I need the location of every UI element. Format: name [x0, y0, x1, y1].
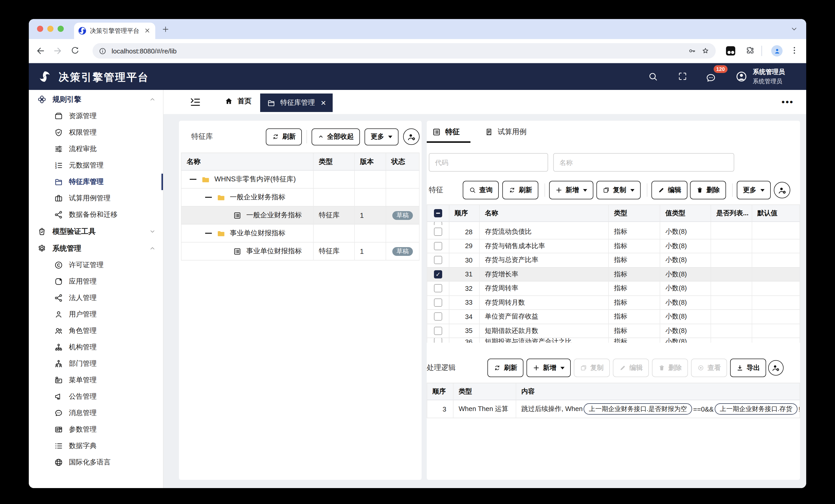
code-filter-input[interactable]	[429, 153, 548, 172]
sidebar-item[interactable]: 部门管理	[29, 356, 163, 372]
browser-profile-avatar[interactable]	[771, 45, 782, 57]
sidebar-item[interactable]: 角色管理	[29, 323, 163, 339]
sidebar-item[interactable]: 用户管理	[29, 306, 163, 323]
page-tab-close-icon[interactable]: ✕	[321, 99, 326, 107]
row-checkbox[interactable]	[434, 285, 442, 293]
sidebar-item[interactable]: 许可证管理	[29, 257, 163, 273]
feature-row[interactable]: 28存货流动负债比指标小数(8)	[427, 225, 800, 239]
logic-refresh-button[interactable]: 刷新	[487, 359, 524, 377]
row-checkbox[interactable]	[434, 327, 442, 335]
logic-add-button[interactable]: 新增	[527, 359, 571, 377]
row-checkbox[interactable]: ✓	[434, 270, 442, 278]
feature-row[interactable]: 36短期投资与流动资产合计之比指标小数(8)	[427, 338, 800, 343]
logic-copy-button[interactable]: 复制	[574, 359, 610, 377]
search-icon[interactable]	[648, 71, 658, 82]
forward-button[interactable]	[53, 46, 63, 56]
browser-tab[interactable]: 决策引擎管理平台	[74, 23, 155, 39]
window-zoom-button[interactable]	[58, 26, 64, 32]
tree-row[interactable]: 事业单位财报指标	[181, 225, 420, 243]
tree-row[interactable]: 一般企业财务指标特征库1草稿	[181, 207, 420, 225]
feature-row[interactable]: 33存货周转月数指标小数(8)	[427, 296, 800, 310]
reload-button[interactable]	[70, 46, 80, 56]
feature-row[interactable]: 30存货与总资产比率指标小数(8)	[427, 253, 800, 268]
sidebar-item[interactable]: 消息管理	[29, 405, 163, 421]
user-info[interactable]: 系统管理员 系统管理员	[753, 68, 785, 85]
extension-icon[interactable]	[726, 46, 735, 56]
sidebar-item[interactable]: 菜单管理	[29, 372, 163, 388]
feature-delete-button[interactable]: 删除	[690, 181, 726, 200]
tree-collapse-icon[interactable]	[205, 233, 212, 234]
page-tab-active[interactable]: 特征库管理 ✕	[260, 93, 333, 112]
feature-query-button[interactable]: 查询	[463, 181, 499, 200]
sidebar-item[interactable]: 法人管理	[29, 290, 163, 306]
tree-row[interactable]: WHNS非零售内评(特征库)	[181, 171, 420, 189]
bookmark-star-icon[interactable]	[701, 47, 710, 55]
row-checkbox[interactable]	[434, 228, 442, 236]
name-filter-input[interactable]	[553, 153, 734, 172]
logic-edit-button[interactable]: 编辑	[613, 359, 649, 377]
panel-tab-test-cases[interactable]: 试算用例	[479, 121, 532, 143]
user-avatar[interactable]	[735, 70, 748, 83]
logic-delete-button[interactable]: 删除	[652, 359, 688, 377]
messages-icon[interactable]	[706, 72, 716, 83]
feature-more-button[interactable]: 更多	[737, 181, 771, 200]
back-button[interactable]	[36, 46, 46, 56]
feature-refresh-button[interactable]: 刷新	[502, 181, 538, 200]
sidebar-item[interactable]: 权限管理	[29, 124, 163, 141]
sidebar-item[interactable]: 机构管理	[29, 339, 163, 356]
password-key-icon[interactable]	[688, 47, 696, 55]
extensions-puzzle-icon[interactable]	[746, 46, 756, 56]
logic-view-button[interactable]: 查看	[691, 359, 727, 377]
library-collapse-all-button[interactable]: 全部收起	[311, 128, 360, 145]
sidebar-item[interactable]: 数据备份和迁移	[29, 207, 163, 223]
sidebar-item[interactable]: 资源管理	[29, 108, 163, 124]
fullscreen-icon[interactable]	[678, 71, 688, 82]
tab-bar-more-icon[interactable]: •••	[781, 97, 794, 107]
feature-edit-button[interactable]: 编辑	[651, 181, 688, 200]
row-checkbox[interactable]	[434, 256, 442, 264]
tab-close-icon[interactable]	[144, 27, 151, 35]
feature-row[interactable]: 29存货与销售成本比率指标小数(8)	[427, 239, 800, 253]
sidebar-item[interactable]: 国际化多语言	[29, 454, 163, 470]
browser-menu-icon[interactable]	[790, 46, 800, 56]
library-refresh-button[interactable]: 刷新	[266, 128, 302, 145]
row-checkbox[interactable]	[434, 338, 442, 343]
sidebar-item[interactable]: 应用管理	[29, 273, 163, 290]
tree-collapse-icon[interactable]	[205, 197, 212, 198]
panel-tab-features[interactable]: 特征	[427, 121, 465, 143]
breadcrumb-home[interactable]: 首页	[224, 97, 251, 106]
sidebar-section-1[interactable]: 模型验证工具	[29, 223, 163, 240]
sidebar-item[interactable]: 123元数据管理	[29, 157, 163, 174]
feature-add-button[interactable]: 新增	[549, 181, 593, 200]
logic-export-button[interactable]: 导出	[730, 359, 766, 377]
feature-user-settings-button[interactable]	[774, 182, 790, 198]
logic-row[interactable]: 3When Then 运算跳过后续操作, When 上一期企业财务接口.是否财报…	[427, 400, 800, 418]
feature-copy-button[interactable]: 复制	[596, 181, 640, 200]
tab-search-chevron-icon[interactable]	[790, 25, 798, 33]
sidebar-item[interactable]: 公告管理	[29, 388, 163, 405]
address-bar[interactable]: localhost:8080/#/re/lib	[93, 43, 716, 59]
library-more-button[interactable]: 更多	[365, 128, 399, 145]
tree-row[interactable]: 一般企业财务指标	[181, 189, 420, 207]
library-user-settings-button[interactable]	[403, 128, 420, 145]
new-tab-button[interactable]	[161, 25, 170, 34]
sidebar-section-0[interactable]: 规则引擎	[29, 91, 163, 108]
select-all-checkbox[interactable]	[434, 209, 442, 217]
feature-row[interactable]: 35短期借款还款月数指标小数(8)	[427, 324, 800, 338]
sidebar-section-2[interactable]: 系统管理	[29, 240, 163, 257]
logic-user-settings-button[interactable]	[768, 360, 783, 376]
window-minimize-button[interactable]	[47, 26, 54, 32]
sidebar-item[interactable]: 特征库管理	[29, 174, 163, 190]
tree-row[interactable]: 事业单位财报指标特征库1草稿	[181, 243, 420, 260]
sidebar-item[interactable]: 流程审批	[29, 141, 163, 157]
site-info-icon[interactable]	[99, 47, 106, 55]
feature-row[interactable]: 32存货周转率指标小数(8)	[427, 281, 800, 296]
feature-row[interactable]: ✓31存货增长率指标小数(8)	[427, 268, 800, 281]
row-checkbox[interactable]	[434, 313, 442, 321]
window-close-button[interactable]	[37, 26, 43, 32]
row-checkbox[interactable]	[434, 242, 442, 250]
sidebar-item[interactable]: 参数管理	[29, 421, 163, 438]
feature-row[interactable]: 34单位资产留存收益指标小数(8)	[427, 310, 800, 324]
sidebar-item[interactable]: 数据字典	[29, 438, 163, 454]
menu-collapse-icon[interactable]	[189, 96, 202, 108]
